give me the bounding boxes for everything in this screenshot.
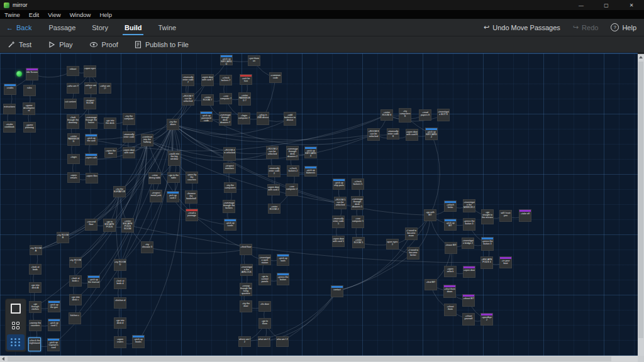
passage-node[interactable]: +I need to become better <box>407 247 419 260</box>
passage-node[interactable]: +manually enter code 7 <box>182 74 194 86</box>
passage-node[interactable]: +look through the doorway <box>67 114 79 129</box>
passage-node[interactable]: contact <box>331 285 343 297</box>
passage-node[interactable]: +read a passage <box>186 209 198 221</box>
passage-node[interactable]: +ROOM 2 can be unlocked <box>266 146 279 159</box>
passage-node[interactable]: +enter ROOM 8 <box>380 109 393 121</box>
passage-node[interactable]: +make cookbook <box>3 121 16 133</box>
passage-node[interactable]: +go straight to the mirrors <box>481 209 494 224</box>
passage-node[interactable]: +try the ELEVATOR <box>113 186 126 197</box>
passage-node[interactable]: +rummage through the lockers <box>223 200 235 213</box>
passage-node[interactable]: +press the button <box>277 273 289 285</box>
passage-node[interactable]: +plug in USB device <box>257 112 269 125</box>
passage-node[interactable]: +pick up books <box>132 335 145 348</box>
passage-node[interactable]: +go to the table <box>167 172 180 183</box>
passage-node[interactable]: +find BIT <box>425 279 437 290</box>
passage-node[interactable]: +go into desk d <box>114 317 126 329</box>
passage-node[interactable]: +enter ROOM 7 <box>201 94 214 106</box>
passage-node[interactable]: +ROOM 7 can be unlocked <box>182 93 194 106</box>
passage-node[interactable]: +pick up ship parts <box>333 178 345 190</box>
passage-node[interactable]: cut content <box>64 99 77 109</box>
passage-node[interactable]: +try the door <box>240 300 252 312</box>
passage-node[interactable]: +open door with card 8 <box>406 129 418 141</box>
passage-node[interactable]: +sweep the counters <box>29 320 42 331</box>
passage-node[interactable]: kitchen c <box>69 312 81 324</box>
passage-node[interactable]: open eyes 2 <box>386 239 399 250</box>
passage-node[interactable]: +fix door <box>258 301 271 312</box>
passage-node[interactable]: +try ROOM C <box>69 257 82 268</box>
passage-node[interactable]: +shoot yourself <box>462 313 475 326</box>
passage-node[interactable]: +shoot BIT <box>462 294 475 307</box>
story-map[interactable]: title Screencreditsrulesinstructions+gam… <box>0 53 638 356</box>
menu-twine[interactable]: Twine <box>0 10 25 19</box>
passage-node[interactable]: +investigate BOT 8 <box>437 109 450 121</box>
menu-help[interactable]: Help <box>95 10 116 19</box>
passage-node[interactable]: +go to them <box>258 318 271 329</box>
passage-node[interactable]: +open crates <box>114 336 126 348</box>
passage-node[interactable]: +pick up password code <box>200 111 213 122</box>
passage-node[interactable]: +browse the bookshelf <box>185 190 197 204</box>
menu-window[interactable]: Window <box>65 10 96 19</box>
passage-node[interactable]: +shut them down <box>443 285 456 298</box>
passage-node[interactable]: +enter PASSWORD 7 <box>238 92 251 106</box>
passage-node[interactable]: +go through clothes <box>29 301 42 313</box>
zoom-small-button[interactable] <box>7 334 25 350</box>
passage-node[interactable]: +investigate work station <box>258 255 271 265</box>
passage-node[interactable]: who am I 2 <box>276 336 289 347</box>
passage-node[interactable]: +check lockers 7 <box>219 75 232 85</box>
passage-node[interactable]: +read papers 8 <box>419 109 431 121</box>
publish-button[interactable]: Publish to File <box>135 41 189 48</box>
passage-node[interactable]: +pick up the manual <box>87 275 100 288</box>
passage-node[interactable]: +inspect monitors <box>223 163 236 173</box>
passage-node[interactable]: +try computers 8 <box>399 108 411 123</box>
passage-node[interactable]: +go into the desk <box>104 118 116 129</box>
passage-node[interactable]: +snoop through the living quarters <box>240 283 252 296</box>
passage-node[interactable]: +try elevator 3 <box>141 241 153 253</box>
passage-node[interactable]: +third floor <box>240 244 252 255</box>
passage-node[interactable]: +inspect ROOM <box>84 97 96 109</box>
passage-node[interactable]: +try the computer <box>123 113 135 125</box>
passage-node[interactable]: +investigate the AIRLOCK <box>240 264 253 276</box>
passage-node[interactable]: +pick up Captain's card <box>47 338 60 351</box>
passage-node[interactable]: +I need to become more <box>405 228 418 240</box>
passage-node[interactable]: +open the door <box>104 148 117 158</box>
passage-node[interactable]: rules <box>23 85 36 96</box>
passage-node[interactable]: +check lockers 2 <box>287 165 299 177</box>
play-button[interactable]: Play <box>48 41 72 48</box>
passage-node[interactable]: +use computer 5 <box>352 216 364 228</box>
close-button[interactable]: ✕ <box>619 0 644 10</box>
passage-node[interactable]: +attach limbs <box>444 200 457 212</box>
passage-node[interactable]: +pass by the couches <box>186 172 198 184</box>
passage-node[interactable]: +try ROOM B <box>57 232 69 243</box>
passage-node[interactable]: +enter PASSWORD <box>67 133 80 146</box>
passage-node[interactable]: +open eyes <box>84 65 96 77</box>
passage-node[interactable]: +leave BIT <box>445 242 457 254</box>
passage-node[interactable]: +kitchen d <box>114 297 126 309</box>
passage-node[interactable]: +ask for hint <box>240 74 252 85</box>
passage-node[interactable]: +pick up the gun <box>48 300 60 312</box>
passage-node[interactable]: +pick up the card <box>85 134 97 145</box>
redo-button[interactable]: ↪ Redo <box>573 24 599 31</box>
zoom-full-button[interactable] <box>7 300 25 316</box>
passage-node[interactable]: +open door with card 7 <box>201 74 214 86</box>
passage-node[interactable]: +enter ROOM 2 <box>268 204 280 214</box>
passage-node[interactable]: +go into desk A <box>29 282 42 293</box>
passage-node[interactable]: +add batteries to device <box>284 112 296 126</box>
passage-node[interactable]: +put them on <box>248 55 260 66</box>
passage-node[interactable]: +try ROOM A <box>30 245 42 255</box>
passage-node[interactable]: where am I 2 <box>238 336 251 347</box>
passage-node[interactable]: +investigate bridge 2 <box>462 238 474 249</box>
passage-node[interactable]: +press the button 3 <box>463 218 475 231</box>
passage-node[interactable]: +open calls <box>85 153 97 165</box>
passage-node[interactable]: pick up card 2 <box>167 191 179 202</box>
passage-node[interactable]: +ROOM 5 can be unlocked <box>334 197 347 209</box>
passage-node[interactable]: +view dining table <box>148 172 161 184</box>
help-button[interactable]: ? Help <box>611 23 636 31</box>
passage-node[interactable]: +shoot them <box>444 304 457 316</box>
passage-node[interactable]: +goodbye 2 <box>480 313 493 326</box>
passage-node[interactable]: +continue into the hallway <box>141 134 153 146</box>
passage-node[interactable]: title Screen <box>26 68 38 80</box>
passage-node[interactable]: +go into desk c <box>69 294 82 305</box>
passage-node[interactable]: +game planning <box>23 122 36 133</box>
passage-node[interactable]: +ESCAPE PODS 3 <box>480 256 493 269</box>
passage-node[interactable]: +check lockers 5 <box>352 178 364 190</box>
